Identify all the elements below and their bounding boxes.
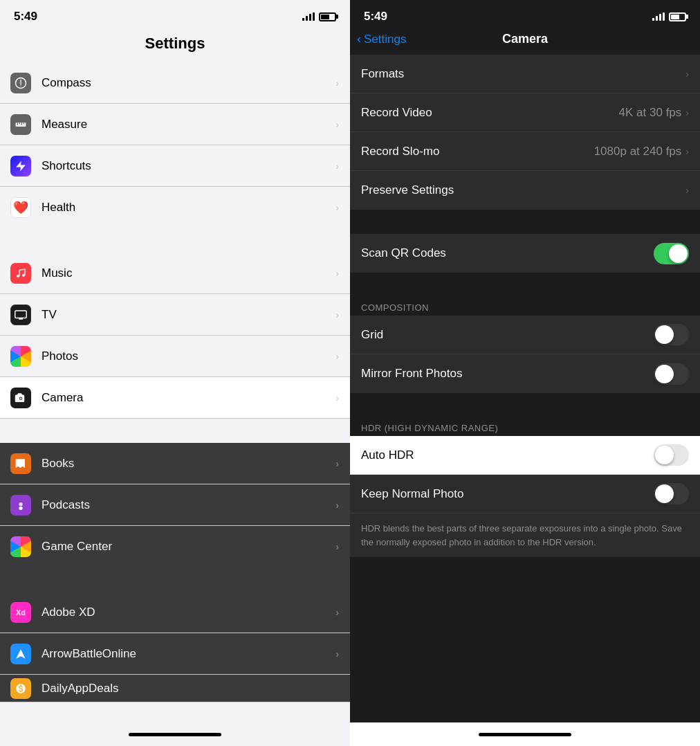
shortcuts-icon bbox=[10, 156, 31, 176]
settings-item-health[interactable]: ❤️ Health › bbox=[0, 187, 350, 228]
gamecenter-chevron: › bbox=[335, 541, 339, 552]
mirror-front-toggle[interactable] bbox=[654, 363, 689, 385]
formats-item[interactable]: Formats › bbox=[350, 55, 700, 93]
auto-hdr-section: Auto HDR bbox=[350, 436, 700, 475]
svg-rect-7 bbox=[24, 122, 24, 124]
settings-item-books[interactable]: Books › bbox=[0, 443, 350, 484]
shortcuts-label: Shortcuts bbox=[42, 159, 333, 173]
divider-3 bbox=[0, 567, 350, 592]
svg-rect-4 bbox=[17, 122, 18, 125]
divider-2 bbox=[0, 419, 350, 443]
back-button[interactable]: ‹ Settings bbox=[357, 32, 406, 46]
adobexd-label: Adobe XD bbox=[42, 606, 333, 619]
left-status-bar: 5:49 bbox=[0, 0, 350, 29]
scan-qr-item[interactable]: Scan QR Codes bbox=[350, 234, 700, 273]
arrowbattle-icon-wrapper bbox=[0, 644, 42, 664]
gamecenter-label: Game Center bbox=[42, 540, 333, 554]
settings-item-camera[interactable]: Camera › bbox=[0, 377, 350, 419]
nav-title: Camera bbox=[502, 32, 548, 46]
scan-qr-toggle[interactable] bbox=[654, 243, 689, 264]
record-video-item[interactable]: Record Video 4K at 30 fps › bbox=[350, 93, 700, 132]
measure-icon bbox=[10, 114, 31, 135]
record-slomo-label: Record Slo-mo bbox=[361, 145, 594, 158]
left-panel: 5:49 Settings bbox=[0, 0, 350, 746]
music-icon-wrapper bbox=[0, 263, 42, 284]
svg-marker-15 bbox=[16, 649, 25, 658]
shortcuts-icon-wrapper bbox=[0, 156, 42, 176]
photos-icon bbox=[10, 346, 31, 367]
settings-item-arrowbattle[interactable]: ArrowBattleOnline › bbox=[0, 633, 350, 675]
scan-qr-toggle-knob bbox=[669, 244, 688, 263]
mirror-front-item[interactable]: Mirror Front Photos bbox=[350, 354, 700, 393]
svg-point-14 bbox=[19, 502, 22, 506]
scan-qr-label: Scan QR Codes bbox=[361, 246, 654, 260]
dailyapp-icon-wrapper bbox=[0, 678, 42, 699]
adobexd-icon-wrapper: Xd bbox=[0, 602, 42, 623]
settings-item-podcasts[interactable]: Podcasts › bbox=[0, 484, 350, 526]
measure-label: Measure bbox=[42, 118, 333, 131]
preserve-settings-label: Preserve Settings bbox=[361, 183, 685, 197]
record-video-value: 4K at 30 fps bbox=[619, 106, 682, 120]
preserve-settings-chevron: › bbox=[685, 185, 689, 196]
health-icon: ❤️ bbox=[10, 197, 31, 218]
books-chevron: › bbox=[335, 458, 339, 469]
mirror-front-label: Mirror Front Photos bbox=[361, 367, 654, 381]
settings-item-measure[interactable]: Measure › bbox=[0, 104, 350, 145]
settings-item-gamecenter[interactable]: Game Center › bbox=[0, 526, 350, 567]
music-icon bbox=[10, 263, 31, 284]
photos-chevron: › bbox=[335, 351, 339, 362]
record-slomo-value: 1080p at 240 fps bbox=[594, 145, 682, 158]
hdr-description: HDR blends the best parts of three separ… bbox=[350, 513, 700, 557]
keep-normal-toggle[interactable] bbox=[654, 483, 689, 504]
settings-list: Compass › Measure › bbox=[0, 62, 350, 722]
record-video-label: Record Video bbox=[361, 106, 619, 120]
right-status-bar: 5:49 bbox=[350, 0, 700, 29]
right-battery-icon bbox=[669, 12, 686, 21]
left-time: 5:49 bbox=[14, 10, 37, 24]
health-chevron: › bbox=[335, 202, 339, 213]
tv-chevron: › bbox=[335, 309, 339, 320]
tv-icon-wrapper bbox=[0, 304, 42, 325]
podcasts-chevron: › bbox=[335, 500, 339, 511]
right-time: 5:49 bbox=[364, 10, 387, 24]
keep-normal-item[interactable]: Keep Normal Photo bbox=[350, 475, 700, 513]
grid-item[interactable]: Grid bbox=[350, 316, 700, 354]
formats-label: Formats bbox=[361, 67, 685, 81]
settings-item-tv[interactable]: TV › bbox=[0, 294, 350, 336]
settings-item-dailyapp[interactable]: DailyAppDeals bbox=[0, 675, 350, 702]
measure-chevron: › bbox=[335, 119, 339, 130]
main-section: Formats › Record Video 4K at 30 fps › Re… bbox=[350, 55, 700, 210]
back-label: Settings bbox=[364, 33, 406, 46]
record-slomo-item[interactable]: Record Slo-mo 1080p at 240 fps › bbox=[350, 132, 700, 171]
mirror-front-toggle-knob bbox=[655, 365, 674, 383]
arrowbattle-chevron: › bbox=[335, 648, 339, 659]
camera-settings-content: Formats › Record Video 4K at 30 fps › Re… bbox=[350, 55, 700, 722]
compass-chevron: › bbox=[335, 78, 339, 89]
settings-item-shortcuts[interactable]: Shortcuts › bbox=[0, 145, 350, 187]
settings-item-music[interactable]: Music › bbox=[0, 253, 350, 294]
podcasts-icon-wrapper bbox=[0, 495, 42, 516]
preserve-settings-item[interactable]: Preserve Settings › bbox=[350, 171, 700, 210]
record-video-chevron: › bbox=[685, 107, 689, 118]
settings-item-photos[interactable]: Photos › bbox=[0, 336, 350, 377]
section-gap-2 bbox=[350, 273, 700, 297]
auto-hdr-toggle[interactable] bbox=[654, 444, 689, 466]
camera-list-chevron: › bbox=[335, 392, 339, 403]
section-gap-1 bbox=[350, 210, 700, 234]
battery-icon bbox=[319, 12, 336, 21]
keep-normal-toggle-knob bbox=[655, 484, 674, 503]
settings-item-adobexd[interactable]: Xd Adobe XD › bbox=[0, 592, 350, 633]
right-nav-bar: ‹ Settings Camera bbox=[350, 29, 700, 55]
dailyapp-icon bbox=[10, 678, 31, 699]
adobexd-chevron: › bbox=[335, 607, 339, 618]
left-status-icons bbox=[302, 12, 336, 21]
tv-label: TV bbox=[42, 308, 333, 322]
svg-rect-5 bbox=[19, 122, 20, 124]
compass-label: Compass bbox=[42, 76, 333, 90]
grid-toggle[interactable] bbox=[654, 324, 689, 345]
left-home-indicator bbox=[129, 733, 221, 736]
settings-item-compass[interactable]: Compass › bbox=[0, 62, 350, 104]
auto-hdr-item[interactable]: Auto HDR bbox=[350, 436, 700, 475]
health-label: Health bbox=[42, 201, 333, 215]
photos-icon-wrapper bbox=[0, 346, 42, 367]
